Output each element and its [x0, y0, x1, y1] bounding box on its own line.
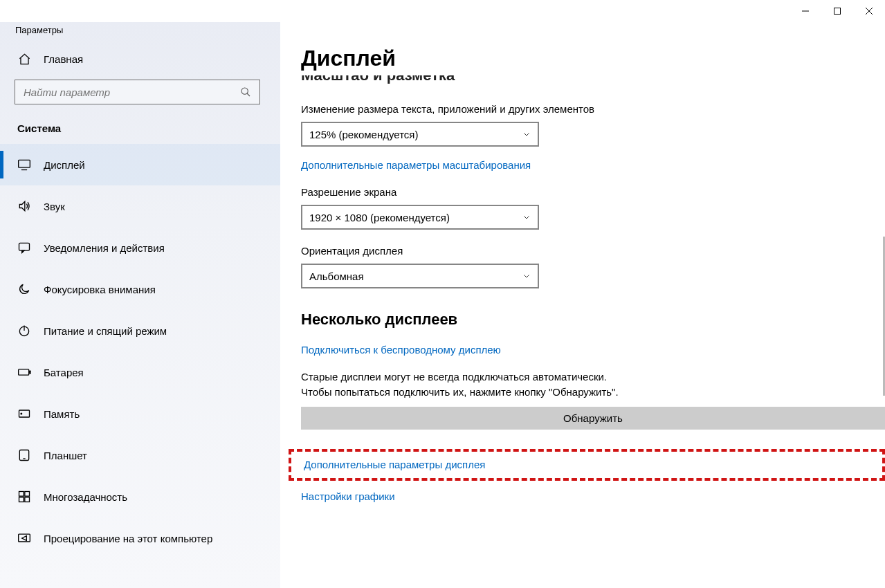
sidebar-item-notifications[interactable]: Уведомления и действия — [0, 227, 280, 268]
sound-icon — [17, 199, 31, 213]
resolution-value: 1920 × 1080 (рекомендуется) — [309, 212, 450, 223]
tablet-icon — [17, 448, 31, 462]
app-title: Параметры — [0, 22, 280, 45]
projecting-icon — [17, 531, 31, 545]
wireless-display-link[interactable]: Подключиться к беспроводному дисплею — [301, 344, 885, 356]
home-icon — [17, 52, 31, 66]
sidebar-item-display[interactable]: Дисплей — [0, 144, 280, 185]
close-button[interactable] — [853, 0, 885, 22]
detect-line2: Чтобы попытаться подключить их, нажмите … — [301, 386, 619, 398]
sidebar-item-label: Планшет — [44, 450, 87, 461]
notification-icon — [17, 241, 31, 255]
svg-rect-18 — [19, 492, 24, 497]
search-wrap — [0, 73, 280, 116]
sidebar-item-label: Батарея — [44, 367, 84, 378]
advanced-scaling-link[interactable]: Дополнительные параметры масштабирования — [301, 159, 885, 171]
sidebar-item-label: Дисплей — [44, 159, 85, 171]
chevron-down-icon — [522, 272, 531, 280]
moon-icon — [17, 282, 31, 296]
minimize-button[interactable] — [790, 0, 821, 22]
home-label: Главная — [44, 53, 83, 65]
section-heading-scale: Масштаб и разметка — [301, 75, 885, 89]
graphics-settings-link[interactable]: Настройки графики — [301, 490, 885, 502]
sidebar-item-sound[interactable]: Звук — [0, 185, 280, 227]
sidebar-item-battery[interactable]: Батарея — [0, 351, 280, 393]
svg-rect-6 — [19, 160, 30, 167]
scale-combobox[interactable]: 125% (рекомендуется) — [301, 122, 539, 147]
chevron-down-icon — [522, 213, 531, 221]
sidebar-item-label: Фокусировка внимания — [44, 284, 156, 295]
sidebar-item-power[interactable]: Питание и спящий режим — [0, 310, 280, 351]
resolution-combobox[interactable]: 1920 × 1080 (рекомендуется) — [301, 205, 539, 230]
sidebar-item-label: Звук — [44, 201, 65, 212]
nav-list: Дисплей Звук Уведомления и действия — [0, 144, 280, 559]
svg-point-15 — [21, 413, 22, 414]
svg-point-4 — [241, 88, 248, 94]
settings-window: Параметры Главная Система — [0, 0, 885, 588]
battery-icon — [17, 365, 31, 379]
sidebar: Параметры Главная Система — [0, 22, 280, 588]
maximize-button[interactable] — [821, 0, 853, 22]
sidebar-item-label: Память — [44, 408, 80, 420]
svg-rect-22 — [19, 534, 30, 542]
svg-line-5 — [247, 93, 250, 96]
sidebar-item-label: Уведомления и действия — [44, 242, 165, 254]
power-icon — [17, 324, 31, 338]
sidebar-item-label: Многозадачность — [44, 491, 127, 503]
detect-line1: Старые дисплеи могут не всегда подключат… — [301, 371, 607, 383]
sidebar-item-focus[interactable]: Фокусировка внимания — [0, 268, 280, 310]
detect-button[interactable]: Обнаружить — [301, 407, 885, 430]
orientation-combobox[interactable]: Альбомная — [301, 264, 539, 288]
home-button[interactable]: Главная — [0, 45, 280, 73]
search-input[interactable] — [22, 86, 239, 99]
svg-rect-1 — [834, 8, 841, 15]
scale-value: 125% (рекомендуется) — [309, 129, 418, 140]
svg-rect-13 — [30, 371, 31, 373]
resolution-label: Разрешение экрана — [301, 186, 885, 198]
orientation-label: Ориентация дисплея — [301, 245, 885, 257]
sidebar-item-tablet[interactable]: Планшет — [0, 434, 280, 476]
sidebar-item-storage[interactable]: Память — [0, 393, 280, 434]
titlebar — [0, 0, 885, 22]
detect-paragraph: Старые дисплеи могут не всегда подключат… — [301, 369, 885, 400]
advanced-display-link[interactable]: Дополнительные параметры дисплея — [304, 459, 485, 470]
scale-label: Изменение размера текста, приложений и д… — [301, 103, 885, 115]
sidebar-item-projecting[interactable]: Проецирование на этот компьютер — [0, 517, 280, 559]
storage-icon — [17, 407, 31, 421]
svg-marker-8 — [19, 201, 24, 210]
body: Параметры Главная Система — [0, 22, 885, 588]
sidebar-item-label: Проецирование на этот компьютер — [44, 533, 212, 544]
highlight-annotation: Дополнительные параметры дисплея — [289, 449, 885, 481]
main-content: Дисплей Масштаб и разметка Изменение раз… — [280, 22, 885, 588]
svg-rect-19 — [25, 492, 30, 497]
orientation-value: Альбомная — [309, 270, 364, 282]
search-box[interactable] — [15, 80, 260, 104]
svg-rect-12 — [19, 369, 29, 375]
svg-rect-9 — [19, 243, 30, 250]
window-controls — [790, 0, 885, 22]
sidebar-item-label: Питание и спящий режим — [44, 325, 167, 337]
chevron-down-icon — [522, 130, 531, 138]
display-icon — [17, 158, 31, 172]
search-icon — [239, 85, 253, 99]
svg-rect-21 — [25, 497, 30, 502]
svg-rect-20 — [19, 497, 24, 502]
sidebar-item-multitask[interactable]: Многозадачность — [0, 476, 280, 517]
multitask-icon — [17, 490, 31, 504]
section-heading-multi: Несколько дисплеев — [301, 311, 885, 329]
category-label: Система — [0, 116, 280, 144]
page-title: Дисплей — [301, 46, 885, 71]
